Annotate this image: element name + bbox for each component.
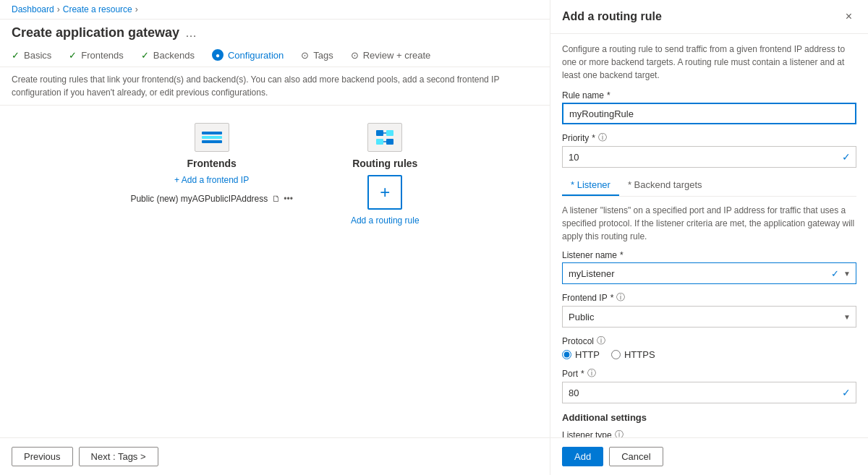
protocol-info-icon: ⓘ — [597, 335, 605, 347]
frontend-ip-select[interactable]: Public — [562, 306, 856, 328]
frontend-ip-group: Frontend IP * ⓘ Public ▼ — [562, 291, 856, 328]
svg-rect-2 — [202, 140, 222, 143]
protocol-group: Protocol ⓘ HTTP HTTPS — [562, 335, 856, 360]
protocol-http-option[interactable]: HTTP — [562, 349, 600, 360]
protocol-https-option[interactable]: HTTPS — [611, 349, 655, 360]
port-label: Port * ⓘ — [562, 367, 856, 380]
step-basics[interactable]: ✓ Basics — [12, 50, 51, 61]
svg-rect-4 — [386, 130, 393, 136]
tab-row: * Listener * Backend targets — [562, 175, 856, 197]
priority-check-icon: ✓ — [842, 151, 851, 163]
cancel-button[interactable]: Cancel — [609, 447, 663, 466]
canvas-area: Frontends + Add a frontend IP Public (ne… — [0, 106, 550, 437]
close-drawer-button[interactable]: × — [841, 9, 856, 25]
port-info-icon: ⓘ — [587, 367, 596, 380]
drawer-description: Configure a routing rule to send traffic… — [562, 43, 856, 82]
rule-name-input[interactable] — [562, 103, 856, 124]
frontend-ip-label: Frontend IP * ⓘ — [562, 291, 856, 304]
drawer-footer: Add Cancel — [550, 437, 868, 475]
port-input[interactable] — [562, 382, 856, 403]
additional-settings-label: Additional settings — [562, 412, 856, 423]
frontend-item-actions[interactable]: 🗋 ••• — [272, 194, 293, 204]
step-frontends[interactable]: ✓ Frontends — [69, 50, 124, 61]
protocol-label: Protocol ⓘ — [562, 335, 856, 347]
svg-rect-0 — [202, 132, 222, 134]
listener-type-label: Listener type ⓘ — [562, 429, 856, 437]
priority-input[interactable] — [562, 146, 856, 168]
page-title: Create application gateway — [12, 25, 179, 40]
svg-rect-6 — [386, 139, 393, 145]
rule-name-label: Rule name * — [562, 90, 856, 100]
routing-icon — [367, 123, 402, 152]
listener-name-group: Listener name * myListener ✓ ▼ — [562, 250, 856, 284]
frontend-ip-info-icon: ⓘ — [616, 291, 625, 304]
listener-type-info-icon: ⓘ — [615, 429, 624, 437]
step-backends[interactable]: ✓ Backends — [141, 50, 195, 61]
svg-rect-3 — [376, 130, 383, 136]
listener-description: A listener "listens" on a specified port… — [562, 204, 856, 243]
breadcrumb-dashboard[interactable]: Dashboard — [12, 4, 54, 14]
steps-navigation: ✓ Basics ✓ Frontends ✓ Backends ● Config… — [0, 43, 550, 67]
listener-type-group: Listener type ⓘ Basic Multi site — [562, 429, 856, 437]
step-tags[interactable]: ⊙ Tags — [301, 50, 333, 61]
bottom-navigation: Previous Next : Tags > — [0, 437, 550, 475]
rule-name-group: Rule name * — [562, 90, 856, 124]
listener-name-label: Listener name * — [562, 250, 856, 260]
listener-name-select[interactable]: myListener — [562, 262, 856, 284]
tab-backend-targets[interactable]: * Backend targets — [619, 175, 711, 196]
drawer-body: Configure a routing rule to send traffic… — [550, 34, 868, 437]
step-configuration[interactable]: ● Configuration — [212, 49, 284, 61]
frontends-icon — [195, 123, 229, 152]
port-check-icon: ✓ — [842, 387, 851, 398]
page-description: Create routing rules that link your fron… — [0, 67, 550, 106]
previous-button[interactable]: Previous — [12, 447, 73, 466]
tab-listener[interactable]: * Listener — [562, 175, 619, 196]
add-routing-rule-drawer: Add a routing rule × Configure a routing… — [550, 0, 868, 475]
frontends-section: Frontends + Add a frontend IP Public (ne… — [130, 123, 293, 204]
add-frontend-ip-link[interactable]: + Add a frontend IP — [174, 175, 249, 185]
port-group: Port * ⓘ ✓ — [562, 367, 856, 403]
next-button[interactable]: Next : Tags > — [79, 447, 158, 466]
frontends-label: Frontends — [187, 158, 236, 169]
priority-info-icon: ⓘ — [598, 132, 607, 144]
more-options-icon[interactable]: … — [185, 27, 197, 40]
add-routing-rule-button[interactable]: + — [367, 175, 402, 210]
add-routing-rule-label[interactable]: Add a routing rule — [351, 215, 420, 226]
breadcrumb-create-resource[interactable]: Create a resource — [63, 4, 132, 14]
add-button[interactable]: Add — [562, 447, 603, 466]
svg-rect-5 — [376, 139, 383, 145]
listener-name-check-icon: ✓ — [831, 268, 839, 279]
breadcrumb: Dashboard › Create a resource › — [0, 0, 550, 20]
priority-label: Priority * ⓘ — [562, 132, 856, 144]
protocol-radio-group: HTTP HTTPS — [562, 349, 856, 360]
routing-rules-section: Routing rules + Add a routing rule — [351, 123, 420, 226]
priority-group: Priority * ⓘ ✓ — [562, 132, 856, 168]
step-review[interactable]: ⊙ Review + create — [351, 50, 431, 61]
frontend-item: Public (new) myAGPublicIPAddress 🗋 ••• — [130, 194, 293, 204]
svg-rect-1 — [202, 136, 222, 139]
drawer-header: Add a routing rule × — [550, 0, 868, 34]
routing-rules-label: Routing rules — [352, 158, 417, 169]
drawer-title: Add a routing rule — [562, 10, 662, 23]
